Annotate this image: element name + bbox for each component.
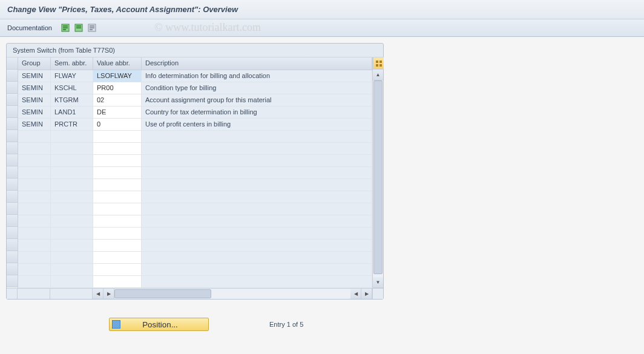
cell-description [142,228,372,239]
documentation-link[interactable]: Documentation [7,24,52,31]
row-selector[interactable] [7,251,18,263]
table-row[interactable] [18,143,372,155]
scroll-left-end-icon[interactable]: ◀ [350,289,361,299]
table-row[interactable] [18,215,372,228]
cell-value-abbr[interactable] [93,276,142,287]
cell-value-abbr[interactable] [93,264,142,275]
grid-config-icon[interactable] [373,57,384,70]
table-row[interactable] [18,179,372,191]
cell-value-abbr[interactable]: LSOFLWAY [93,70,142,82]
scroll-right-end-icon[interactable]: ▶ [361,289,372,299]
cell-value-abbr[interactable]: PR00 [93,82,142,94]
cell-value-abbr[interactable] [93,215,142,227]
table-row[interactable]: SEMINLAND1DECountry for tax determinatio… [18,107,372,119]
cell-value-abbr[interactable]: 02 [93,94,142,106]
cell-sem-abbr [51,167,93,179]
cell-sem-abbr: FLWAY [51,70,93,82]
table-row[interactable]: SEMINKSCHLPR00Condition type for billing [18,82,372,94]
row-selector[interactable] [7,154,18,166]
row-selector[interactable] [7,118,18,130]
row-selector[interactable] [7,191,18,203]
cell-value-abbr[interactable] [93,155,142,166]
toolbar-icon-3[interactable] [87,23,97,33]
cell-value-abbr[interactable] [93,203,142,215]
table-row[interactable] [18,240,372,252]
table-row[interactable]: SEMINKTGRM02Account assignment group for… [18,94,372,107]
hscroll-track[interactable] [114,289,350,299]
col-header-sem-abbr[interactable]: Sem. abbr. [51,57,93,70]
table-row[interactable] [18,276,372,288]
cell-description [142,131,372,142]
cell-value-abbr[interactable] [93,191,142,203]
scroll-left-icon[interactable]: ◀ [93,289,104,299]
svg-rect-11 [376,61,378,63]
table-panel: System Switch (from Table T77S0) Group S… [6,43,384,300]
row-selector[interactable] [7,203,18,215]
row-selector[interactable] [7,179,18,191]
table-row[interactable] [18,252,372,264]
content-area: System Switch (from Table T77S0) Group S… [0,37,644,337]
col-header-description[interactable]: Description [142,57,372,70]
row-selector[interactable] [7,166,18,179]
vscroll-track[interactable] [373,80,383,277]
cell-value-abbr[interactable] [93,167,142,179]
vscroll-thumb[interactable] [373,80,383,274]
cell-value-abbr[interactable] [93,252,142,263]
cell-value-abbr[interactable] [93,240,142,251]
page-title: Change View "Prices, Taxes, Account Assi… [7,5,637,14]
row-selector[interactable] [7,239,18,251]
col-header-value-abbr[interactable]: Value abbr. [93,57,142,70]
svg-rect-13 [376,64,378,67]
cell-sem-abbr [51,155,93,166]
scroll-down-icon[interactable]: ▼ [373,277,383,288]
row-selector-column [7,57,18,288]
table-row[interactable] [18,264,372,276]
table-row[interactable]: SEMINPRCTR0Use of profit centers in bill… [18,119,372,131]
cell-value-abbr[interactable] [93,228,142,239]
cell-value-abbr[interactable]: 0 [93,119,142,130]
cell-value-abbr[interactable] [93,143,142,154]
horizontal-scrollbar[interactable]: ◀ ▶ ◀ ▶ [7,288,383,299]
vertical-scrollbar[interactable]: ▲ ▼ [372,57,383,288]
row-selector[interactable] [7,70,18,82]
cell-value-abbr[interactable] [93,179,142,191]
cell-sem-abbr [51,264,93,275]
row-selector[interactable] [7,106,18,118]
scroll-right-icon[interactable]: ▶ [104,289,114,299]
row-selector[interactable] [7,82,18,94]
row-selector[interactable] [7,215,18,227]
hscroll-thumb[interactable] [114,289,211,298]
row-selector[interactable] [7,142,18,154]
cell-group: SEMIN [18,82,51,94]
table-row[interactable] [18,167,372,179]
table-row[interactable] [18,203,372,215]
cell-description [142,240,372,251]
select-all-rows[interactable] [7,57,18,70]
row-selector[interactable] [7,275,18,287]
position-button[interactable]: Position... [109,318,209,331]
toolbar-icon-2[interactable] [74,23,84,33]
svg-rect-9 [90,27,94,28]
cell-description [142,215,372,227]
table-row[interactable] [18,191,372,203]
table-row[interactable] [18,228,372,240]
cell-group [18,215,51,227]
svg-rect-1 [63,25,68,27]
row-selector[interactable] [7,227,18,239]
cell-group [18,167,51,179]
table-row[interactable]: SEMINFLWAYLSOFLWAYInfo determination for… [18,70,372,82]
row-selector[interactable] [7,263,18,275]
cell-value-abbr[interactable] [93,131,142,142]
toolbar-icon-1[interactable] [61,23,70,33]
row-selector[interactable] [7,130,18,142]
cell-description [142,252,372,263]
row-selector[interactable] [7,94,18,106]
cell-value-abbr[interactable]: DE [93,107,142,118]
table-row[interactable] [18,131,372,143]
cell-sem-abbr [51,240,93,251]
scroll-up-icon[interactable]: ▲ [373,70,383,80]
col-header-group[interactable]: Group [18,57,51,70]
table-row[interactable] [18,155,372,167]
cell-group [18,131,51,142]
cell-sem-abbr [51,179,93,191]
